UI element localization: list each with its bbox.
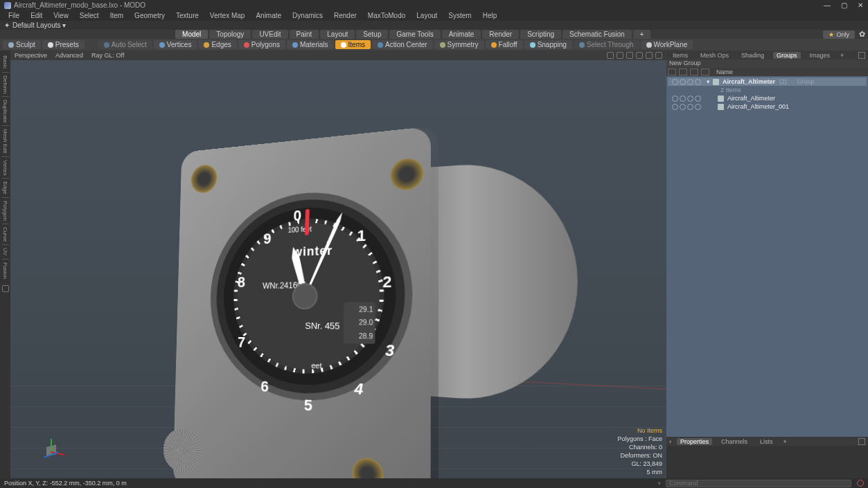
tab-setup[interactable]: Setup xyxy=(356,30,388,39)
col-visible-icon[interactable] xyxy=(668,69,676,75)
presets-button[interactable]: Presets xyxy=(42,40,85,49)
layout-dropdown[interactable]: Default Layouts ▾ xyxy=(12,21,66,29)
right-panel: Items Mesh Ops Shading Groups Images + N… xyxy=(666,51,868,479)
tree-child-1[interactable]: Aircraft_Altimeter xyxy=(668,94,867,102)
tab-schematic[interactable]: Schematic Fusion xyxy=(563,30,631,39)
tab-add[interactable]: + xyxy=(633,30,651,39)
items-button[interactable]: Items xyxy=(335,40,371,49)
col-render-icon[interactable] xyxy=(701,69,709,75)
kollsman-window: 29.129.028.9 xyxy=(344,302,375,344)
rail-duplicate[interactable]: Duplicate xyxy=(2,98,8,125)
rp-tab-items[interactable]: Items xyxy=(669,52,691,59)
sculpt-button[interactable]: Sculpt xyxy=(3,40,41,49)
new-group-button[interactable]: New Group xyxy=(666,60,868,68)
rp-tab-images[interactable]: Images xyxy=(806,52,834,59)
viewport-header: Perspective Advanced Ray GL: Off xyxy=(10,51,666,60)
tab-scripting[interactable]: Scripting xyxy=(520,30,561,39)
menu-geometry[interactable]: Geometry xyxy=(129,12,170,19)
statusbar: Position X, Y, Z: -552.2 mm, -350.2 mm, … xyxy=(0,478,868,488)
vp-advanced[interactable]: Advanced xyxy=(55,52,83,59)
rail-deform[interactable]: Deform xyxy=(2,73,8,96)
rail-curve[interactable]: Curve xyxy=(2,225,8,244)
vp-perspective[interactable]: Perspective xyxy=(15,52,47,59)
command-input[interactable] xyxy=(666,480,851,487)
tab-topology[interactable]: Topology xyxy=(209,30,251,39)
rail-uv[interactable]: UV xyxy=(2,246,8,257)
vp-move-icon[interactable] xyxy=(607,52,614,59)
viewport-container: Perspective Advanced Ray GL: Off xyxy=(10,51,666,479)
rail-edge[interactable]: Edge xyxy=(2,179,8,197)
vp-zoom-icon[interactable] xyxy=(626,52,633,59)
tab-model[interactable]: Model xyxy=(175,30,208,39)
vertices-button[interactable]: Vertices xyxy=(154,40,197,49)
props-tab-add[interactable]: + xyxy=(783,438,787,445)
viewport-3d[interactable]: 0 1 2 3 4 5 6 7 8 9 100 feet winter WNr.… xyxy=(10,60,666,479)
menu-system[interactable]: System xyxy=(443,12,477,19)
props-max-icon[interactable] xyxy=(858,438,865,445)
props-tab-properties[interactable]: Properties xyxy=(677,438,712,445)
tab-gametools[interactable]: Game Tools xyxy=(389,30,440,39)
snapping-button[interactable]: Snapping xyxy=(524,40,572,49)
only-chip[interactable]: Only xyxy=(823,30,855,39)
props-tab-lists[interactable]: Lists xyxy=(756,438,777,445)
tree-child-2[interactable]: Aircraft_Altimeter_001 xyxy=(668,102,867,111)
rail-basic[interactable]: Basic xyxy=(2,53,8,71)
menu-layout[interactable]: Layout xyxy=(411,12,443,19)
rp-tab-meshops[interactable]: Mesh Ops xyxy=(697,52,732,59)
tab-animate[interactable]: Animate xyxy=(442,30,481,39)
rail-fusion[interactable]: Fusion xyxy=(2,260,8,281)
symmetry-button[interactable]: Symmetry xyxy=(434,40,484,49)
props-arrow-icon[interactable]: › xyxy=(669,438,671,445)
menu-animate[interactable]: Animate xyxy=(250,12,287,19)
actioncenter-button[interactable]: Action Center xyxy=(372,40,433,49)
menu-help[interactable]: Help xyxy=(477,12,503,19)
menu-item[interactable]: Item xyxy=(105,12,129,19)
vp-rotate-icon[interactable] xyxy=(617,52,623,59)
rp-tab-shading[interactable]: Shading xyxy=(738,52,768,59)
rail-vertex[interactable]: Vertex xyxy=(2,158,8,178)
menu-vertexmap[interactable]: Vertex Map xyxy=(204,12,251,19)
menu-view[interactable]: View xyxy=(48,12,74,19)
vp-max-icon[interactable] xyxy=(655,52,662,59)
col-lock-icon[interactable] xyxy=(679,69,687,75)
tab-layout[interactable]: Layout xyxy=(320,30,355,39)
vp-home-icon[interactable] xyxy=(636,52,643,59)
record-icon[interactable] xyxy=(857,480,864,487)
vp-gear-icon[interactable] xyxy=(646,52,653,59)
selectthrough-button[interactable]: Select Through xyxy=(574,40,639,49)
workplane-button[interactable]: WorkPlane xyxy=(641,40,693,49)
tab-paint[interactable]: Paint xyxy=(290,30,319,39)
rail-meshedit[interactable]: Mesh Edit xyxy=(2,127,8,156)
col-select-icon[interactable] xyxy=(690,69,698,75)
materials-button[interactable]: Materials xyxy=(287,40,334,49)
item-list[interactable]: ▾ Aircraft_Altimeter (2) : Group 2 Items… xyxy=(666,76,868,437)
maximize-button[interactable]: ▢ xyxy=(840,2,847,9)
rp-maximize-icon[interactable] xyxy=(858,52,865,59)
rail-box-icon[interactable] xyxy=(2,285,9,292)
minimize-button[interactable]: — xyxy=(824,2,831,9)
falloff-button[interactable]: Falloff xyxy=(486,40,523,49)
menu-file[interactable]: File xyxy=(3,12,25,19)
close-button[interactable]: ✕ xyxy=(857,2,864,9)
tab-uvedit[interactable]: UVEdit xyxy=(252,30,287,39)
menu-edit[interactable]: Edit xyxy=(25,12,48,19)
rail-polygon[interactable]: Polygon xyxy=(2,199,8,223)
tab-render[interactable]: Render xyxy=(482,30,519,39)
settings-icon[interactable]: ✿ xyxy=(859,30,865,39)
axis-gizmo[interactable] xyxy=(37,433,64,461)
cmd-arrow-icon[interactable]: › xyxy=(658,480,660,487)
polygons-button[interactable]: Polygons xyxy=(238,40,285,49)
rp-tab-groups[interactable]: Groups xyxy=(773,52,801,59)
menu-maxtomodo[interactable]: MaxToModo xyxy=(362,12,411,19)
props-tab-channels[interactable]: Channels xyxy=(718,438,751,445)
edges-button[interactable]: Edges xyxy=(198,40,236,49)
vp-raygl[interactable]: Ray GL: Off xyxy=(91,52,124,59)
rp-tab-add[interactable]: + xyxy=(840,52,844,59)
autoselect-button[interactable]: Auto Select xyxy=(98,40,152,49)
menu-select[interactable]: Select xyxy=(74,12,105,19)
gear-icon[interactable]: ✦ xyxy=(4,21,10,29)
tree-group-row[interactable]: ▾ Aircraft_Altimeter (2) : Group xyxy=(668,78,867,86)
menu-texture[interactable]: Texture xyxy=(170,12,204,19)
menu-render[interactable]: Render xyxy=(328,12,362,19)
menu-dynamics[interactable]: Dynamics xyxy=(287,12,328,19)
